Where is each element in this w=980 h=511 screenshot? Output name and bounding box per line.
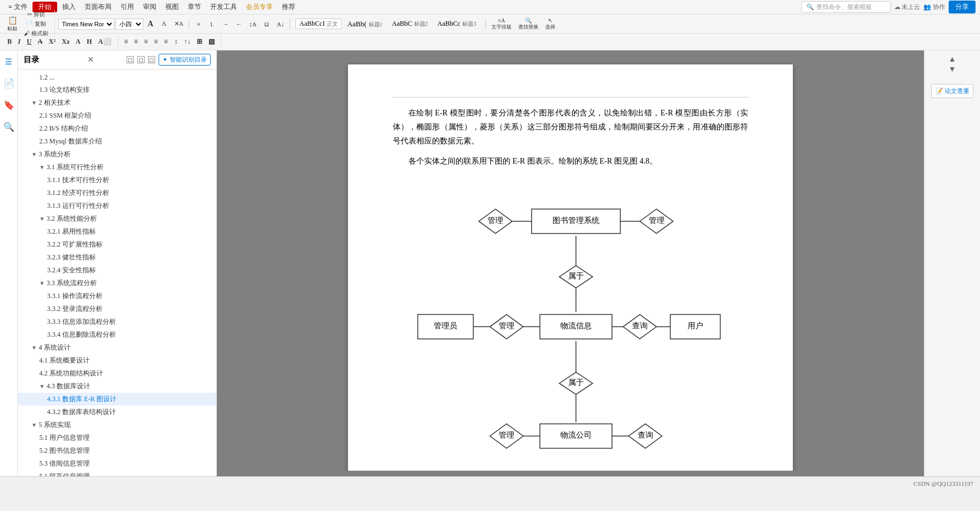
font-shrink-btn[interactable]: A (158, 18, 170, 30)
toc-item[interactable]: 3.1.1 技术可行性分析 (18, 174, 216, 187)
sort-btn[interactable]: ↕A (246, 18, 259, 30)
checkbox2[interactable]: □ (137, 56, 145, 63)
align-center-btn[interactable]: ≡ (132, 36, 141, 48)
share-button[interactable]: 分享 (949, 1, 976, 13)
unordered-list-btn[interactable]: ≡ (192, 18, 205, 30)
toc-item[interactable]: ▼2 相关技术 (18, 96, 216, 109)
subscript2-btn[interactable]: X₂ (59, 36, 72, 48)
pages-icon[interactable]: 📄 (1, 76, 17, 91)
toc-item[interactable]: 3.1.3 运行可行性分析 (18, 199, 216, 212)
menu-section[interactable]: 章节 (184, 2, 205, 12)
smart-toc-btn[interactable]: ✦ 智能识别目录 (159, 54, 211, 66)
menu-vip[interactable]: 会员专享 (242, 2, 277, 12)
underline-btn[interactable]: U (24, 36, 35, 48)
toc-item[interactable]: ▼3.2 系统性能分析 (18, 212, 216, 225)
paste-btn[interactable]: 📋粘贴 (4, 18, 20, 30)
line-spacing-btn[interactable]: ↕ (171, 36, 180, 48)
align-justify-btn[interactable]: ≡ (151, 36, 161, 48)
select-btn[interactable]: ↖选择 (542, 18, 558, 30)
find-replace-btn[interactable]: 🔍查找替换 (515, 18, 541, 30)
style-h1[interactable]: AaBb( 标题1 (343, 18, 387, 30)
toc-item[interactable]: ▼3 系统分析 (18, 148, 216, 161)
toc-item[interactable]: 1.2 ... (18, 72, 216, 83)
indent-increase-btn[interactable]: → (219, 18, 231, 30)
toc-item[interactable]: 3.3.1 操作流程分析 (18, 290, 216, 303)
toc-icon[interactable]: ☰ (3, 55, 15, 69)
toc-item[interactable]: 5.2 图书信息管理 (18, 444, 216, 457)
toc-item-active[interactable]: 4.3.1 数据库 E-R 图设计 (18, 393, 216, 406)
align-left-btn[interactable]: ≡ (122, 36, 131, 48)
align-right-btn[interactable]: ≡ (141, 36, 151, 48)
highlight-btn[interactable]: H (84, 36, 95, 48)
superscript-btn[interactable]: X² (46, 36, 58, 48)
font-grow-btn[interactable]: A (145, 18, 157, 30)
ordered-list-btn[interactable]: 1. (206, 18, 218, 30)
menu-insert[interactable]: 插入 (58, 2, 80, 12)
toc-item[interactable]: ▼4 系统设计 (18, 341, 216, 354)
style-h3[interactable]: AaBbCc 标题3 (434, 18, 480, 29)
toc-item[interactable]: 3.2.4 安全性指标 (18, 264, 216, 277)
toc-item[interactable]: 5.1 留言信息管理 (18, 470, 216, 476)
menu-reference[interactable]: 引用 (117, 2, 138, 12)
toc-item[interactable]: 1.3 论文结构安排 (18, 83, 216, 96)
menu-review[interactable]: 审阅 (139, 2, 160, 12)
checkbox3[interactable]: □ (148, 56, 155, 63)
special-char-btn[interactable]: Ω (261, 18, 273, 30)
sep3 (485, 18, 486, 30)
style-h2[interactable]: AaBbC 标题2 (388, 18, 432, 29)
toc-item[interactable]: ▼4.3 数据库设计 (18, 380, 216, 393)
toc-item[interactable]: 4.2 系统功能结构设计 (18, 367, 216, 380)
toc-item[interactable]: 5.1 用户信息管理 (18, 431, 216, 444)
scroll-up-btn[interactable]: ▲ (949, 55, 956, 64)
bookmark-icon[interactable]: 🔖 (1, 97, 17, 113)
toc-item[interactable]: 4.3.2 数据库表结构设计 (18, 406, 216, 419)
checkbox1[interactable]: □ (127, 56, 134, 63)
copy-btn[interactable]: 📄 复制 (21, 20, 51, 29)
toc-item[interactable]: 3.1.2 经济可行性分析 (18, 187, 216, 199)
close-icon[interactable]: ✕ (87, 55, 94, 64)
menu-dev[interactable]: 开发工具 (206, 2, 241, 12)
font-name-select[interactable]: Times New Roman (58, 18, 114, 30)
style-normal[interactable]: AaBbCcI 正文 (295, 18, 341, 29)
subscript-btn[interactable]: A↓ (274, 18, 287, 30)
toc-item[interactable]: 5.3 借阅信息管理 (18, 457, 216, 470)
toc-item[interactable]: 3.3.2 登录流程分析 (18, 303, 216, 315)
toc-item[interactable]: 3.2.2 可扩展性指标 (18, 238, 216, 251)
toc-item[interactable]: ▼5 系统实现 (18, 419, 216, 431)
cut-btn[interactable]: ✂ 剪切 (21, 10, 51, 19)
sep1 (189, 18, 189, 30)
indent-decrease-btn[interactable]: ← (233, 18, 245, 30)
font-color-btn[interactable]: A (73, 36, 83, 48)
toc-item[interactable]: 3.2.1 易用性指标 (18, 225, 216, 238)
toc-item[interactable]: 2.1 SSM 框架介绍 (18, 109, 216, 122)
paper-check-button[interactable]: 📝 论文查重 (931, 84, 973, 98)
toc-item[interactable]: 2.2 B/S 结构介绍 (18, 122, 216, 135)
toc-item[interactable]: 3.3.3 信息添加流程分析 (18, 315, 216, 328)
char-border-btn[interactable]: A⬜ (95, 36, 114, 48)
scroll-down-btn[interactable]: ▼ (949, 65, 956, 74)
right-panel: ▲ ▼ 📝 论文查重 (924, 50, 980, 476)
menu-rec[interactable]: 推荐 (278, 2, 299, 12)
clear-format-btn[interactable]: ✕A (171, 18, 187, 30)
bold-btn[interactable]: B (4, 36, 15, 48)
left-icon-bar: ☰ 📄 🔖 🔍 (0, 50, 18, 476)
distribute-btn[interactable]: ≡ (161, 36, 171, 48)
toc-item[interactable]: 4.1 系统概要设计 (18, 354, 216, 367)
menu-view[interactable]: 视图 (161, 2, 183, 12)
toc-item[interactable]: 2.3 Mysql 数据库介绍 (18, 135, 216, 148)
italic-btn[interactable]: I (15, 36, 24, 48)
text-layout-btn[interactable]: ≡A文字排版 (489, 18, 514, 30)
shading-btn[interactable]: ▧ (206, 36, 217, 48)
para-spacing-btn[interactable]: ↑↓ (181, 36, 193, 48)
font-size-select[interactable]: 小四 (115, 18, 143, 30)
toc-item[interactable]: ▼3.1 系统可行性分析 (18, 161, 216, 174)
search-side-icon[interactable]: 🔍 (1, 119, 17, 134)
toc-item[interactable]: 3.2.3 健壮性指标 (18, 251, 216, 264)
toc-item[interactable]: ▼3.3 系统流程分析 (18, 277, 216, 290)
menu-layout[interactable]: 页面布局 (81, 2, 115, 12)
toc-item[interactable]: 3.3.4 信息删除流程分析 (18, 328, 216, 341)
strikethrough-btn[interactable]: A (35, 36, 45, 48)
cloud-status[interactable]: ☁ 未上云 (894, 3, 921, 11)
collab-btn[interactable]: 👥 协作 (923, 3, 945, 11)
col-layout-btn[interactable]: ⊞ (194, 36, 205, 48)
